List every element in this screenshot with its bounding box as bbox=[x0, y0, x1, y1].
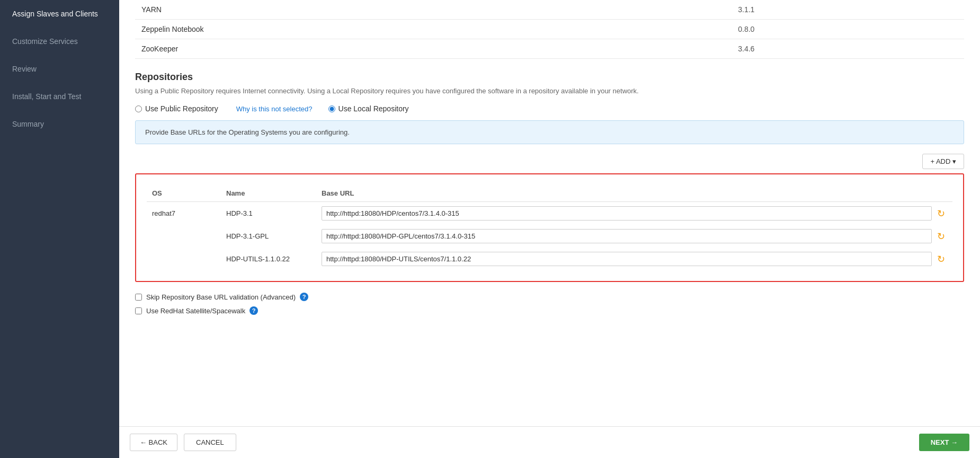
package-name: ZooKeeper bbox=[135, 39, 732, 59]
repo-name: HDP-3.1 bbox=[221, 202, 316, 225]
skip-validation-help-icon[interactable]: ? bbox=[300, 293, 308, 301]
base-url-input[interactable] bbox=[322, 252, 932, 266]
repo-os: redhat7 bbox=[147, 202, 221, 225]
add-button[interactable]: + ADD ▾ bbox=[922, 154, 964, 169]
local-repo-option[interactable]: Use Local Repository bbox=[328, 104, 409, 113]
package-version: 3.4.6 bbox=[732, 39, 964, 59]
base-url-input[interactable] bbox=[322, 229, 932, 243]
why-not-selected-link[interactable]: Why is this not selected? bbox=[236, 105, 313, 113]
refresh-button[interactable]: ↻ bbox=[935, 208, 947, 219]
repo-type-group: Use Public Repository Why is this not se… bbox=[135, 104, 964, 113]
next-button[interactable]: NEXT → bbox=[919, 434, 969, 451]
packages-table: YARN 3.1.1 Zeppelin Notebook 0.8.0 ZooKe… bbox=[135, 0, 964, 59]
sidebar-item-label: Summary bbox=[12, 120, 44, 128]
add-btn-row: + ADD ▾ bbox=[135, 154, 964, 169]
public-repo-radio[interactable] bbox=[135, 105, 142, 112]
sidebar: Assign Slaves and Clients Customize Serv… bbox=[0, 0, 119, 458]
local-repo-label: Use Local Repository bbox=[338, 104, 409, 113]
main-panel: YARN 3.1.1 Zeppelin Notebook 0.8.0 ZooKe… bbox=[119, 0, 980, 458]
url-cell: ↻ bbox=[322, 206, 947, 221]
sidebar-item-summary[interactable]: Summary bbox=[0, 110, 119, 138]
use-redhat-checkbox[interactable] bbox=[135, 307, 142, 314]
sidebar-item-label: Assign Slaves and Clients bbox=[12, 10, 98, 18]
repo-table-row: HDP-UTILS-1.1.0.22 ↻ bbox=[147, 248, 952, 270]
repositories-title: Repositories bbox=[135, 72, 964, 83]
table-row: ZooKeeper 3.4.6 bbox=[135, 39, 964, 59]
sidebar-item-customize-services[interactable]: Customize Services bbox=[0, 28, 119, 55]
package-version: 3.1.1 bbox=[732, 0, 964, 20]
info-text: Provide Base URLs for the Operating Syst… bbox=[145, 128, 350, 136]
package-name: Zeppelin Notebook bbox=[135, 20, 732, 39]
package-name: YARN bbox=[135, 0, 732, 20]
repo-table-wrapper: OS Name Base URL redhat7 HDP-3.1 ↻ HDP-3… bbox=[135, 173, 964, 282]
sidebar-item-assign-slaves[interactable]: Assign Slaves and Clients bbox=[0, 0, 119, 28]
repo-name: HDP-UTILS-1.1.0.22 bbox=[221, 248, 316, 270]
repo-table-row: redhat7 HDP-3.1 ↻ bbox=[147, 202, 952, 225]
use-redhat-help-icon[interactable]: ? bbox=[250, 306, 258, 315]
col-os: OS bbox=[147, 185, 221, 202]
local-repo-radio[interactable] bbox=[328, 105, 335, 112]
base-url-input[interactable] bbox=[322, 206, 932, 221]
skip-validation-checkbox[interactable] bbox=[135, 294, 142, 301]
refresh-button[interactable]: ↻ bbox=[935, 253, 947, 265]
refresh-button[interactable]: ↻ bbox=[935, 231, 947, 242]
sidebar-item-label: Customize Services bbox=[12, 37, 78, 46]
sidebar-item-label: Install, Start and Test bbox=[12, 92, 81, 101]
use-redhat-label: Use RedHat Satellite/Spacewalk bbox=[146, 307, 245, 315]
info-box: Provide Base URLs for the Operating Syst… bbox=[135, 120, 964, 144]
use-redhat-row: Use RedHat Satellite/Spacewalk ? bbox=[135, 306, 964, 315]
col-name: Name bbox=[221, 185, 316, 202]
cancel-button[interactable]: CANCEL bbox=[184, 434, 236, 451]
repositories-desc: Using a Public Repository requires Inter… bbox=[135, 87, 964, 95]
skip-validation-row: Skip Repository Base URL validation (Adv… bbox=[135, 293, 964, 301]
repositories-section: Repositories Using a Public Repository r… bbox=[135, 72, 964, 315]
table-row: Zeppelin Notebook 0.8.0 bbox=[135, 20, 964, 39]
url-cell: ↻ bbox=[322, 252, 947, 266]
sidebar-item-label: Review bbox=[12, 65, 37, 73]
repo-os bbox=[147, 225, 221, 248]
skip-validation-label: Skip Repository Base URL validation (Adv… bbox=[146, 293, 296, 301]
content-area: YARN 3.1.1 Zeppelin Notebook 0.8.0 ZooKe… bbox=[119, 0, 980, 426]
col-base-url: Base URL bbox=[316, 185, 952, 202]
repo-table-row: HDP-3.1-GPL ↻ bbox=[147, 225, 952, 248]
back-button[interactable]: ← BACK bbox=[130, 434, 177, 451]
public-repo-option[interactable]: Use Public Repository bbox=[135, 104, 218, 113]
package-version: 0.8.0 bbox=[732, 20, 964, 39]
repo-os bbox=[147, 248, 221, 270]
table-row: YARN 3.1.1 bbox=[135, 0, 964, 20]
repo-table: OS Name Base URL redhat7 HDP-3.1 ↻ HDP-3… bbox=[147, 185, 952, 270]
sidebar-item-install[interactable]: Install, Start and Test bbox=[0, 83, 119, 110]
public-repo-label: Use Public Repository bbox=[145, 104, 218, 113]
footer: ← BACK CANCEL NEXT → bbox=[119, 426, 980, 458]
repo-name: HDP-3.1-GPL bbox=[221, 225, 316, 248]
url-cell: ↻ bbox=[322, 229, 947, 243]
sidebar-item-review[interactable]: Review bbox=[0, 55, 119, 83]
